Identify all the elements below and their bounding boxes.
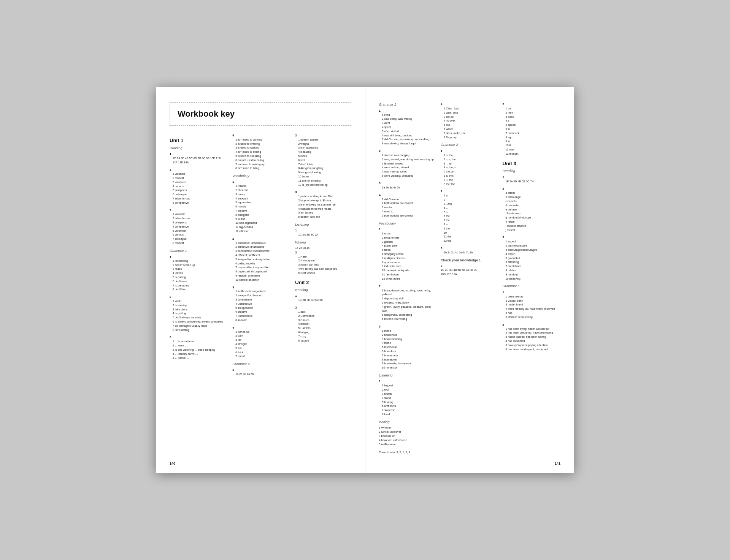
workbook-key-title: Workbook key [178, 109, 235, 119]
book-spread: Workbook key Unit 1 Reading 1 1C 2A 3D 4… [156, 87, 574, 473]
unit1-reading-1-content: 1C 2A 3D 4B 5C 6D 7B 8C 9B 10D 11B 12A 1… [170, 157, 225, 165]
unit1-reading-3: 3 1 valuable2 adventurous3 prospects4 co… [170, 208, 225, 245]
page-right: Grammar 1 1 1 lived2 was doing; was wait… [365, 87, 574, 473]
page-left: Workbook key Unit 1 Reading 1 1C 2A 3D 4… [156, 87, 365, 473]
right-col3: 2 1 do2 their3 does4 a5 appeal6 in7 home… [503, 102, 561, 458]
unit1-grammar1-label: Grammar 1 [170, 248, 225, 253]
right-page-number: 141 [555, 461, 560, 466]
left-col2: 4 1 isn't used to working2 is used to en… [232, 133, 288, 380]
unit1-reading-2: 2 1 valuable2 modest3 volunteer4 curious… [170, 168, 225, 205]
right-col1: Grammar 1 1 1 lived2 was doing; was wait… [379, 102, 437, 458]
unit1-reading-1: 1 1C 2A 3D 4B 5C 6D 7B 8C 9B 10D 11B 12A… [170, 152, 225, 165]
unit1-title: Unit 1 [170, 137, 225, 144]
right-col2: 4 1 Clear; load2 walk; take3 do; do4 in;… [441, 102, 499, 458]
unit1-reading-label: Reading [170, 146, 225, 151]
left-col1: Unit 1 Reading 1 1C 2A 3D 4B 5C 6D 7B 8C… [170, 133, 225, 380]
left-col3: 2 1 doesn't appear2 weighs3 isn't appear… [295, 133, 351, 380]
unit1-reading-2-content: 1 valuable2 modest3 volunteer4 curious5 … [170, 172, 225, 205]
workbook-key-box: Workbook key [170, 102, 351, 126]
unit1-reading-3-content: 1 valuable2 adventurous3 prospects4 comp… [170, 212, 225, 245]
left-page-number: 140 [170, 461, 175, 466]
